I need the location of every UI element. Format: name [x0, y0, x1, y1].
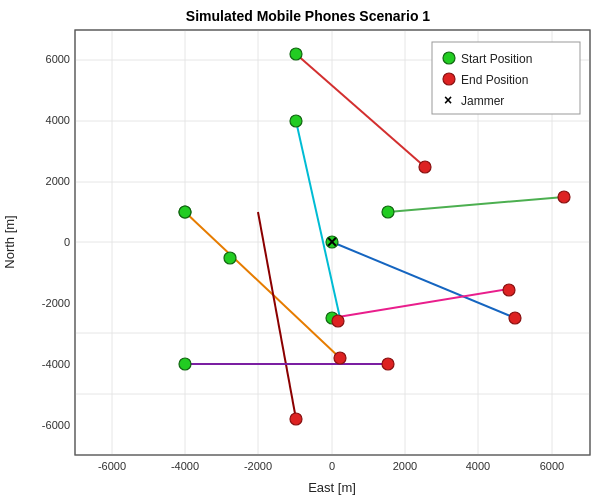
svg-text:6000: 6000	[540, 460, 564, 472]
svg-point-50	[509, 312, 521, 324]
svg-point-52	[558, 191, 570, 203]
svg-text:4000: 4000	[466, 460, 490, 472]
legend-jammer-label: Jammer	[461, 94, 504, 108]
svg-point-48	[290, 413, 302, 425]
svg-text:2000: 2000	[46, 175, 70, 187]
svg-point-49	[332, 315, 344, 327]
svg-text:-4000: -4000	[42, 358, 70, 370]
svg-point-47	[334, 352, 346, 364]
svg-text:4000: 4000	[46, 114, 70, 126]
svg-point-39	[179, 206, 191, 218]
legend-jammer-icon: ×	[444, 92, 452, 108]
svg-text:6000: 6000	[46, 53, 70, 65]
svg-point-42	[224, 252, 236, 264]
svg-point-56	[443, 52, 455, 64]
svg-point-57	[443, 73, 455, 85]
svg-point-45	[290, 48, 302, 60]
svg-text:0: 0	[64, 236, 70, 248]
y-axis-label: North [m]	[2, 215, 17, 268]
svg-point-51	[503, 284, 515, 296]
jammer-marker: ×	[327, 232, 338, 252]
svg-text:2000: 2000	[393, 460, 417, 472]
chart-container: Simulated Mobile Phones Scenario 1 -600	[0, 0, 616, 502]
legend-start-label: Start Position	[461, 52, 532, 66]
svg-point-40	[290, 115, 302, 127]
svg-point-53	[382, 358, 394, 370]
svg-point-41	[179, 358, 191, 370]
legend-end-label: End Position	[461, 73, 528, 87]
svg-text:-6000: -6000	[98, 460, 126, 472]
x-axis-label: East [m]	[308, 480, 356, 495]
svg-text:-2000: -2000	[244, 460, 272, 472]
svg-text:-4000: -4000	[171, 460, 199, 472]
svg-point-44	[382, 206, 394, 218]
svg-point-54	[419, 161, 431, 173]
svg-text:-2000: -2000	[42, 297, 70, 309]
svg-text:-6000: -6000	[42, 419, 70, 431]
chart-svg: -6000 -4000 -2000 0 2000 4000 6000 East …	[0, 0, 616, 502]
svg-text:0: 0	[329, 460, 335, 472]
